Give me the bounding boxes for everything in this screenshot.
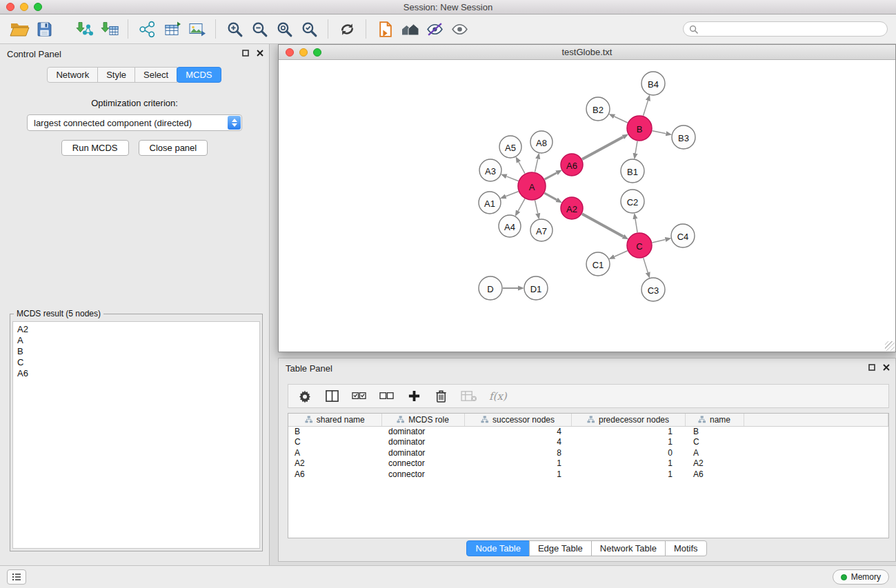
network-window-titlebar[interactable]: testGlobe.txt [279,45,895,60]
tab-motifs[interactable]: Motifs [665,540,707,556]
column-header-successor-nodes[interactable]: successor nodes [464,414,571,426]
cell-shared-name[interactable]: A2 [288,458,381,469]
node-B2[interactable]: B2 [586,97,610,121]
cell-name[interactable]: B [685,426,744,437]
node-D[interactable]: D [479,276,502,300]
cell-predecessor-nodes[interactable]: 1 [571,426,685,437]
table-row[interactable]: Cdominator41C [288,437,888,448]
tab-node-table[interactable]: Node Table [466,540,530,556]
cell-predecessor-nodes[interactable]: 0 [571,448,685,459]
zoom-out-button[interactable] [247,17,272,41]
edge-A2-C[interactable] [582,214,624,236]
node-A3[interactable]: A3 [479,159,501,181]
node-A6[interactable]: A6 [561,154,583,176]
edge-A-A3[interactable] [506,176,518,181]
tab-network-table[interactable]: Network Table [591,540,666,556]
task-history-button[interactable] [7,569,26,585]
table-row[interactable]: Adominator80A [288,448,888,459]
network-close-button[interactable] [286,48,294,57]
mcds-result-item[interactable]: A6 [17,368,255,379]
cell-name[interactable]: A2 [685,458,744,469]
export-image-button[interactable] [184,17,209,41]
show-columns-button[interactable] [324,387,339,405]
column-header-MCDS-role[interactable]: MCDS role [381,414,464,426]
unselect-all-button[interactable] [379,387,395,405]
zoom-selected-button[interactable] [297,17,321,41]
edge-A-A7[interactable] [535,201,538,214]
cell-successor-nodes[interactable]: 1 [464,458,571,469]
cell-successor-nodes[interactable]: 4 [464,426,571,437]
close-table-panel-icon[interactable] [883,364,890,371]
cell-shared-name[interactable]: C [288,437,381,448]
node-A1[interactable]: A1 [479,192,501,214]
column-header-shared-name[interactable]: shared name [288,414,381,426]
node-A5[interactable]: A5 [499,136,521,158]
mcds-result-item[interactable]: A2 [17,324,255,335]
table-row[interactable]: A2connector11A2 [288,458,888,469]
network-minimize-button[interactable] [299,48,308,57]
import-network-button[interactable] [72,17,97,41]
apply-layout-button[interactable] [335,17,359,41]
cell-successor-nodes[interactable]: 1 [464,469,571,480]
cell-name[interactable]: A6 [685,469,744,480]
new-table-button[interactable] [159,17,184,41]
node-A[interactable]: A [518,172,546,200]
close-panel-icon[interactable] [257,50,263,57]
column-header-predecessor-nodes[interactable]: predecessor nodes [571,414,685,426]
new-network-button[interactable] [135,17,159,41]
edge-A-A4[interactable] [518,199,525,211]
node-C2[interactable]: C2 [621,190,644,213]
network-canvas[interactable]: B4B2BB3A8A5A6A3B1AA1C2A2A4A7C4CC1C3DD1 [279,60,895,352]
edge-B-B2[interactable] [615,116,628,123]
cell-shared-name[interactable]: B [288,426,381,437]
mcds-result-item[interactable]: C [17,357,255,368]
select-all-button[interactable] [351,387,367,405]
cell-MCDS-role[interactable]: dominator [381,437,464,448]
zoom-in-button[interactable] [222,17,247,41]
float-table-panel-icon[interactable] [868,364,875,371]
open-document-button[interactable] [372,17,397,41]
edge-C-C2[interactable] [635,219,637,233]
node-A4[interactable]: A4 [499,215,521,237]
node-A8[interactable]: A8 [530,131,552,153]
node-C4[interactable]: C4 [671,224,695,247]
run-mcds-button[interactable]: Run MCDS [61,140,129,156]
open-session-button[interactable] [7,17,32,41]
edge-A6-B[interactable] [582,137,623,159]
node-B4[interactable]: B4 [641,72,665,95]
close-panel-button[interactable]: Close panel [139,140,208,156]
node-A7[interactable]: A7 [530,219,552,241]
edge-B-B1[interactable] [635,141,637,154]
mcds-result-item[interactable]: A [17,335,255,346]
tab-style[interactable]: Style [97,67,135,83]
node-C[interactable]: C [627,233,652,258]
edge-C-C1[interactable] [615,251,628,257]
close-window-button[interactable] [6,3,14,11]
cell-MCDS-role[interactable]: connector [381,469,464,480]
edge-B-B4[interactable] [644,101,648,116]
edge-A-A1[interactable] [506,192,518,196]
tab-mcds[interactable]: MCDS [177,67,221,83]
node-C1[interactable]: C1 [586,252,610,276]
cell-shared-name[interactable]: A6 [288,469,381,480]
node-table[interactable]: shared nameMCDS rolesuccessor nodesprede… [288,413,889,538]
function-builder-button[interactable]: f(x) [489,387,507,405]
table-row[interactable]: Bdominator41B [288,426,888,437]
import-table-button[interactable] [97,17,121,41]
minimize-window-button[interactable] [20,3,28,11]
search-input[interactable] [701,24,882,34]
cell-shared-name[interactable]: A [288,448,381,459]
cell-name[interactable]: C [685,437,744,448]
cell-successor-nodes[interactable]: 4 [464,437,571,448]
delete-row-button[interactable] [433,387,448,405]
cell-name[interactable]: A [685,448,744,459]
node-A2[interactable]: A2 [561,197,583,219]
float-panel-icon[interactable] [242,50,249,57]
cell-MCDS-role[interactable]: connector [381,458,464,469]
home-button[interactable] [397,17,422,41]
edge-A-A6[interactable] [545,173,557,179]
cell-MCDS-role[interactable]: dominator [381,448,464,459]
edge-B-B3[interactable] [653,131,666,134]
node-D1[interactable]: D1 [524,276,548,300]
tab-select[interactable]: Select [135,67,177,83]
